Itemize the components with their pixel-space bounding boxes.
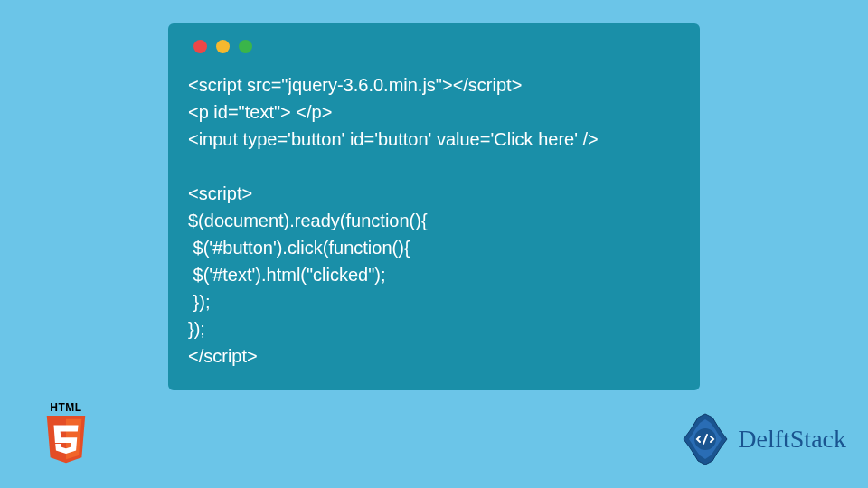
code-line: <script src="jquery-3.6.0.min.js"></scri… <box>188 75 522 95</box>
minimize-icon[interactable] <box>216 40 230 53</box>
code-line: }); <box>188 292 210 312</box>
close-icon[interactable] <box>193 40 207 53</box>
delftstack-logo-icon <box>676 410 734 468</box>
html5-label: HTML <box>50 401 81 414</box>
code-line: </script> <box>188 346 258 366</box>
code-line: $('#text').html("clicked"); <box>188 265 386 285</box>
maximize-icon[interactable] <box>239 40 252 53</box>
window-controls <box>193 40 680 53</box>
code-window: <script src="jquery-3.6.0.min.js"></scri… <box>168 23 700 390</box>
code-line: <p id="text"> </p> <box>188 102 332 122</box>
code-line: $(document).ready(function(){ <box>188 211 428 230</box>
html5-badge: HTML <box>38 401 94 466</box>
code-content: <script src="jquery-3.6.0.min.js"></scri… <box>188 71 680 370</box>
code-line: <input type='button' id='button' value='… <box>188 129 599 149</box>
delftstack-text: DelftStack <box>738 425 846 454</box>
code-line: <script> <box>188 183 252 203</box>
code-line: }); <box>188 319 205 339</box>
delftstack-brand: DelftStack <box>676 410 846 468</box>
code-line: $('#button').click(function(){ <box>188 238 410 258</box>
html5-shield-icon <box>42 416 90 466</box>
